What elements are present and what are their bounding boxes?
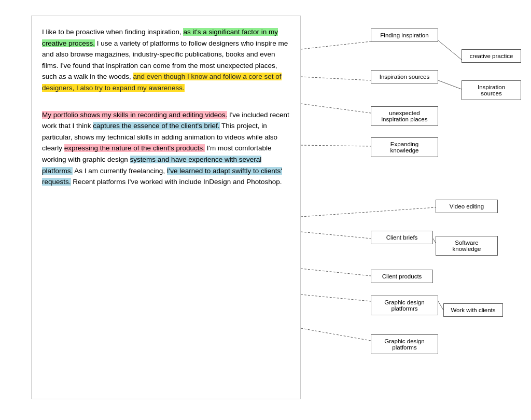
box-expanding-knowledge: Expanding knowledge (371, 137, 438, 157)
svg-line-0 (301, 41, 371, 49)
box-creative-practice: creative practice (462, 49, 521, 63)
paragraph-1: I like to be proactive when finding insp… (42, 26, 290, 94)
svg-line-11 (438, 301, 443, 310)
svg-line-2 (301, 77, 371, 80)
page-container: I like to be proactive when finding insp… (0, 0, 531, 420)
box-graphic-design-platforms: Graphic design platforms (371, 334, 438, 354)
text-panel: I like to be proactive when finding insp… (31, 16, 301, 399)
paragraph-2: My portfolio shows my skills in recordin… (42, 109, 290, 188)
svg-line-10 (301, 295, 371, 301)
box-graphic-design-platformrs: Graphic design platformrs (371, 296, 438, 315)
p2-highlight-pink-1: My portfolio shows my skills in recordin… (42, 111, 227, 119)
svg-line-5 (301, 145, 371, 146)
p1-text-before: I like to be proactive when finding insp… (42, 28, 183, 36)
p2-text-5: Recent platforms I've worked with includ… (71, 178, 282, 186)
svg-line-9 (301, 269, 371, 276)
box-unexpected-inspiration: unexpected inspiration places (371, 106, 438, 126)
box-inspiration-sources-1: Inspiration sources (371, 70, 438, 83)
p2-highlight-blue-1: captures the essence of the client's bri… (93, 122, 219, 130)
box-video-editing: Video editing (436, 200, 498, 213)
box-client-products: Client products (371, 270, 433, 283)
p2-highlight-pink-2: expressing the nature of the client's pr… (64, 144, 205, 152)
svg-line-6 (301, 207, 436, 217)
box-finding-inspiration: Finding inspiration (371, 29, 438, 42)
box-inspiration-sources-2: Inspiration sources (462, 80, 521, 100)
p2-text-4: As I am currently freelancing, (73, 167, 167, 175)
box-client-briefs: Client briefs (371, 231, 433, 244)
svg-line-12 (301, 328, 371, 341)
box-work-with-clients: Work with clients (443, 303, 503, 317)
svg-line-3 (438, 80, 462, 89)
box-software-knowledge: Software knowledge (436, 236, 498, 256)
svg-line-4 (301, 104, 371, 113)
svg-line-7 (301, 232, 371, 239)
svg-line-1 (438, 40, 462, 60)
